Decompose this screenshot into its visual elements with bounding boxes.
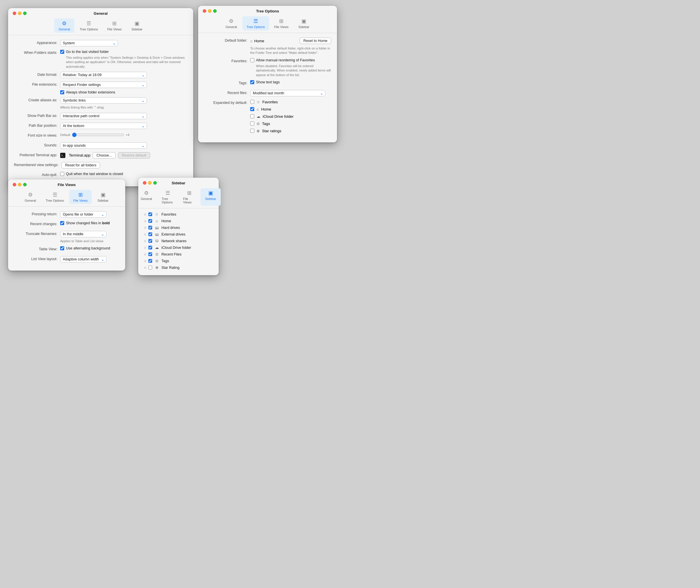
tags-checkbox[interactable]: [250, 80, 254, 84]
sounds-select[interactable]: In-app sounds ⌄: [60, 142, 147, 149]
remembered-button[interactable]: Reset for all folders: [61, 162, 100, 168]
tab-general-tree-win[interactable]: ⚙ General: [221, 16, 241, 30]
expanded-favorites-checkbox[interactable]: [250, 100, 254, 104]
pathbar-select[interactable]: Interactive path control ⌄: [60, 113, 147, 119]
maximize-button-fileviews[interactable]: [23, 183, 27, 186]
create-aliases-select[interactable]: Symbolic links ⌄: [60, 97, 147, 104]
drag-handle-tags[interactable]: ≡: [144, 259, 146, 263]
pressing-return-arrow: ⌄: [101, 212, 104, 217]
file-ext-row: File extensions: Respect Finder settings…: [14, 82, 187, 94]
tab-sidebar[interactable]: ▣ Sidebar: [127, 19, 147, 33]
list-layout-select[interactable]: Adaptive column width ⌄: [60, 256, 106, 262]
minimize-button-tree[interactable]: [208, 9, 211, 13]
terminal-restore-button[interactable]: Restore default: [118, 152, 150, 158]
sidebar-content: ≡ ☆ Favorites ≡ ⌂ Home ≡ 🖴 Hard drives ≡: [138, 208, 219, 275]
default-folder-label: Default folder:: [204, 38, 250, 43]
font-size-slider[interactable]: [72, 132, 124, 137]
expanded-home-checkbox[interactable]: [250, 107, 254, 111]
drag-handle-starrating[interactable]: ≡: [144, 265, 146, 270]
tab-fileviews-tree-win[interactable]: ⊞ File Views: [270, 16, 293, 30]
sidebar-home-checkbox[interactable]: [148, 219, 152, 223]
general-tab-bar: ⚙ General ☰ Tree Options ⊞ File Views ▣ …: [8, 17, 193, 35]
drag-handle-recentfiles[interactable]: ≡: [144, 252, 146, 256]
close-button-fileviews[interactable]: [13, 183, 16, 186]
drag-handle-icloud[interactable]: ≡: [144, 246, 146, 250]
tab-general[interactable]: ⚙ General: [54, 19, 74, 33]
recent-changes-checkbox[interactable]: [60, 221, 64, 225]
tab-sidebar-tree-win[interactable]: ▣ Sidebar: [294, 16, 314, 30]
date-format-select[interactable]: Relative: Today at 18:09 ⌄: [60, 72, 147, 78]
tab-tree-fv[interactable]: ☰ Tree Options: [42, 190, 68, 204]
create-aliases-arrow: ⌄: [141, 98, 145, 103]
tab-sidebar-sb[interactable]: ▣ Sidebar: [200, 188, 221, 206]
file-ext-select[interactable]: Respect Finder settings ⌄: [60, 82, 147, 88]
tab-general-sb-label: General: [141, 197, 152, 200]
list-item: ≡ 🖴 Hard drives: [144, 224, 213, 230]
sidebar-external-checkbox[interactable]: [148, 232, 152, 236]
expanded-label: Expanded by default:: [204, 100, 250, 105]
tab-general-fv[interactable]: ⚙ General: [20, 190, 40, 204]
grid-icon-tree: ⊞: [279, 18, 283, 24]
recent-files-value: Modified last month: [253, 91, 284, 95]
maximize-button-tree[interactable]: [213, 9, 217, 13]
sidebar-title-bar: Sidebar: [138, 178, 219, 187]
minimize-button-sidebar[interactable]: [148, 181, 152, 185]
expanded-icloud-checkbox[interactable]: [250, 114, 254, 118]
minimize-button[interactable]: [18, 12, 21, 15]
home-icon-sb: ⌂: [154, 219, 159, 223]
close-button-sidebar[interactable]: [143, 181, 146, 185]
tab-general-sb[interactable]: ⚙ General: [136, 188, 156, 206]
drag-handle-network[interactable]: ≡: [144, 239, 146, 243]
terminal-choose-button[interactable]: Choose...: [93, 152, 116, 158]
grid-icon-sb: ⊞: [187, 190, 191, 196]
reset-to-home-button[interactable]: Reset to Home: [300, 38, 331, 44]
tab-tree-options[interactable]: ☰ Tree Options: [75, 19, 102, 33]
pathbar-pos-select[interactable]: At the bottom ⌄: [60, 123, 147, 129]
recent-changes-text: Show changed files in bold: [66, 221, 110, 225]
date-format-control: Relative: Today at 18:09 ⌄: [60, 72, 187, 78]
minimize-button-fileviews[interactable]: [18, 183, 21, 186]
recent-files-select[interactable]: Modified last month ⌄: [250, 90, 325, 96]
expanded-starratings-checkbox[interactable]: [250, 129, 254, 133]
sidebar-icloud-checkbox[interactable]: [148, 246, 152, 249]
tab-fileviews-sb[interactable]: ⊞ File Views: [179, 188, 199, 206]
appearance-select[interactable]: System ⌄: [60, 40, 118, 46]
drag-handle-home[interactable]: ≡: [144, 219, 146, 223]
close-button-tree[interactable]: [203, 9, 206, 13]
sidebar-icloud-label: iCloud Drive folder: [161, 246, 191, 250]
sidebar-tags-checkbox[interactable]: [148, 259, 152, 263]
truncate-select[interactable]: In the middle ⌄: [60, 231, 106, 237]
table-view-label: Table View:: [14, 246, 60, 251]
favorites-checkbox[interactable]: [250, 58, 254, 62]
expanded-item-starratings: ⊕ Star ratings: [250, 129, 281, 133]
sidebar-starrating-checkbox[interactable]: [148, 265, 152, 269]
sidebar-starrating-label: Star Rating: [161, 265, 180, 270]
file-ext-arrow: ⌄: [141, 82, 145, 87]
tab-tree-sb[interactable]: ☰ Tree Options: [158, 188, 178, 206]
expanded-tags-checkbox[interactable]: [250, 121, 254, 126]
drag-handle-external[interactable]: ≡: [144, 232, 146, 236]
always-show-ext-checkbox[interactable]: [60, 90, 64, 94]
when-folders-help: This setting applies only when "System S…: [66, 56, 187, 69]
autoquit-checkbox[interactable]: [60, 172, 64, 176]
starratings-icon: ⊕: [257, 129, 260, 133]
sidebar-harddrives-checkbox[interactable]: [148, 226, 152, 229]
sidebar-recentfiles-checkbox[interactable]: [148, 252, 152, 256]
table-view-checkbox[interactable]: [60, 246, 64, 250]
tab-sidebar-fv[interactable]: ▣ Sidebar: [93, 190, 113, 204]
sidebar-favorites-checkbox[interactable]: [148, 212, 152, 216]
drag-handle-harddrives[interactable]: ≡: [144, 226, 146, 230]
close-button[interactable]: [13, 12, 16, 15]
drag-handle-favorites[interactable]: ≡: [144, 212, 146, 216]
date-format-row: Date format: Relative: Today at 18:09 ⌄: [14, 72, 187, 79]
autoquit-label: Auto-quit:: [14, 172, 60, 177]
when-folders-checkbox[interactable]: [60, 50, 64, 54]
maximize-button-sidebar[interactable]: [153, 181, 157, 185]
pressing-return-select[interactable]: Opens file or folder ⌄: [60, 211, 106, 217]
tab-tree-tree-win[interactable]: ☰ Tree Options: [242, 16, 269, 30]
sidebar-network-checkbox[interactable]: [148, 239, 152, 243]
tab-file-views[interactable]: ⊞ File Views: [103, 19, 126, 33]
maximize-button[interactable]: [23, 12, 27, 15]
tab-fileviews-fv[interactable]: ⊞ File Views: [69, 190, 92, 204]
table-view-row: Table View: Use alternating background: [14, 246, 119, 253]
